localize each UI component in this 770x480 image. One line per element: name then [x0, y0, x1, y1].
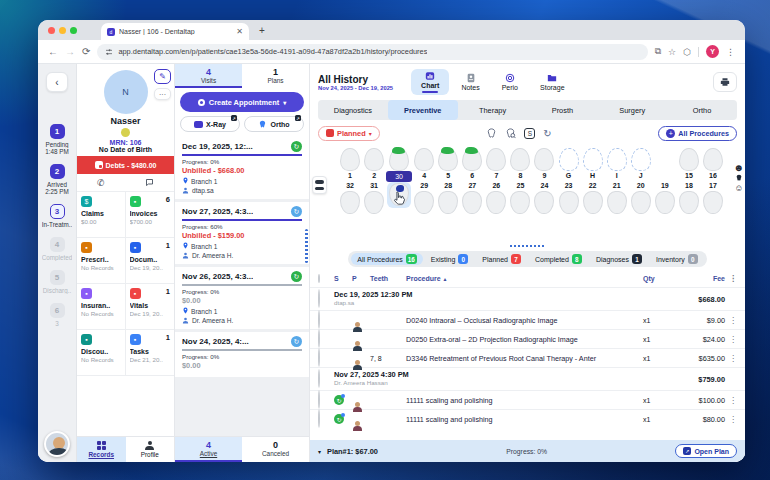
row-checkbox[interactable] [318, 310, 320, 329]
row-checkbox[interactable] [318, 369, 320, 388]
tooth-column-9[interactable]: 924 [532, 148, 556, 244]
lower-tooth[interactable] [631, 191, 651, 214]
planned-filter-button[interactable]: Planned ▾ [318, 126, 380, 141]
chip-inventory[interactable]: Inventory0 [650, 253, 704, 265]
debts-banner[interactable]: Debts - $480.00 [77, 156, 174, 174]
tooth-column-10[interactable]: G23 [557, 148, 581, 244]
upper-tooth[interactable] [486, 148, 506, 171]
patient-card-invoices[interactable]: ▪6Invoices$700.00 [126, 192, 175, 238]
create-appointment-button[interactable]: Create Appointment ▾ [180, 92, 304, 112]
lower-tooth[interactable] [655, 191, 675, 214]
tooth-view-tool[interactable] [486, 128, 497, 139]
lower-tooth[interactable] [534, 191, 554, 214]
row-checkbox[interactable] [318, 329, 320, 348]
patient-card-vitals[interactable]: ▪1VitalsDec 19, 20.. [126, 284, 175, 330]
appointments-scrollbar[interactable] [305, 229, 308, 263]
procedure-row[interactable]: ↻11111 scaling and polishingx1$80.00⋮ [310, 409, 745, 428]
tab-chart[interactable]: Chart [411, 69, 449, 95]
tab-profile[interactable]: Profile [126, 437, 175, 462]
lower-tooth[interactable] [486, 191, 506, 214]
reload-icon[interactable]: ⟳ [82, 46, 90, 57]
tooth-column-1[interactable]: 132 [338, 148, 362, 244]
tab-visits[interactable]: 4 Visits [175, 64, 242, 88]
lower-tooth[interactable] [583, 191, 603, 214]
category-therapy[interactable]: Therapy [458, 100, 528, 120]
patient-card-tasks[interactable]: ▪1TasksDec 21, 20.. [126, 330, 175, 376]
phone-call-icon[interactable]: ✆ [97, 178, 105, 188]
appointment-card[interactable]: Nov 26, 2025, 4:3...↻Progress: 0%$0.00Br… [175, 267, 309, 329]
upper-tooth[interactable] [414, 148, 434, 171]
lower-tooth[interactable] [510, 191, 530, 214]
row-menu-icon[interactable]: ⋮ [725, 354, 737, 363]
upper-tooth[interactable] [631, 148, 651, 171]
save-page-icon[interactable]: ⧉ [655, 46, 661, 57]
tooth-column-5[interactable]: 528 [436, 148, 460, 244]
lower-tooth[interactable] [364, 191, 384, 214]
patient-card-insuran[interactable]: ▪Insuran..No Records [77, 284, 126, 330]
status-step-pending[interactable]: 1Pending1:48 PM [42, 124, 73, 155]
browser-profile-avatar[interactable]: Y [706, 45, 719, 58]
tooth-column-15[interactable]: 1518 [677, 148, 701, 244]
table-menu-icon[interactable]: ⋮ [725, 274, 737, 283]
row-checkbox[interactable] [318, 289, 320, 308]
upper-tooth[interactable] [364, 148, 384, 171]
status-step-3[interactable]: 63 [42, 303, 73, 327]
tooth-column-13[interactable]: J20 [629, 148, 653, 244]
lower-tooth[interactable] [607, 191, 627, 214]
upper-tooth[interactable] [438, 148, 458, 171]
back-icon[interactable]: ← [48, 46, 58, 57]
table-group-row[interactable]: Nov 27, 2025 4:30 PMDr. Ameera Hassan$75… [310, 367, 745, 390]
chat-icon[interactable] [145, 178, 154, 187]
upper-tooth[interactable] [679, 148, 699, 171]
tab-storage[interactable]: Storage [530, 69, 575, 95]
user-avatar[interactable] [44, 431, 70, 457]
procedure-row[interactable]: ↻11111 scaling and polishingx1$100.00⋮ [310, 390, 745, 409]
tooth-column-8[interactable]: 825 [508, 148, 532, 244]
patient-card-claims[interactable]: $Claims$0.00 [77, 192, 126, 238]
tooth-column-3[interactable]: 30 [386, 148, 412, 244]
row-menu-icon[interactable]: ⋮ [725, 415, 737, 424]
lower-tooth[interactable] [414, 191, 434, 214]
upper-tooth[interactable] [340, 148, 360, 171]
surfaces-tool[interactable]: S [524, 128, 535, 139]
browser-tab[interactable]: d Nasser | 106 - Dentaltap ✕ [101, 23, 249, 40]
upper-tooth[interactable] [559, 148, 579, 171]
appointment-card[interactable]: Nov 24, 2025, 4:...↻Progress: 0%$0.00 [175, 332, 309, 377]
lower-tooth[interactable] [340, 191, 360, 214]
face-outline-icon[interactable]: ☺ [734, 183, 743, 193]
upper-tooth[interactable] [462, 148, 482, 171]
collapse-plan-icon[interactable]: ▾ [318, 448, 321, 455]
category-preventive[interactable]: Preventive [388, 100, 458, 120]
procedure-row[interactable]: D0250 Extra-oral – 2D Projection Radiogr… [310, 329, 745, 348]
tooth-column-11[interactable]: H22 [581, 148, 605, 244]
status-step-intreatm[interactable]: 3In-Treatm.. [42, 204, 73, 228]
upper-tooth[interactable] [389, 148, 409, 171]
upper-tooth[interactable] [703, 148, 723, 171]
lower-tooth[interactable] [703, 191, 723, 214]
tooth-column-16[interactable]: 1617 [701, 148, 725, 244]
open-plan-button[interactable]: ↗ Open Plan [675, 444, 737, 458]
tooth-column-6[interactable]: 627 [460, 148, 484, 244]
table-group-row[interactable]: Dec 19, 2025 12:30 PMdtap.sa$668.00 [310, 287, 745, 310]
chart-scrollbar[interactable] [510, 245, 544, 247]
new-tab-button[interactable]: + [259, 25, 265, 36]
all-procedures-button[interactable]: + All Procedures [658, 126, 737, 141]
address-bar[interactable]: app.dentaltap.com/en/p/patients/cae13e5a… [97, 44, 647, 60]
chip-planned[interactable]: Planned7 [476, 253, 527, 265]
row-menu-icon[interactable]: ⋮ [725, 316, 737, 325]
appointment-card[interactable]: Dec 19, 2025, 12:...↻Progress: 0%Unbille… [175, 137, 309, 199]
tab-active-appointments[interactable]: 4 Active [175, 437, 242, 462]
procedure-row[interactable]: D0240 Intraoral – Occlusal Radiographic … [310, 310, 745, 329]
edit-patient-button[interactable]: ✎ [154, 69, 171, 84]
col-procedure[interactable]: Procedure ▲ [406, 275, 643, 282]
tooth-column-14[interactable]: 19 [653, 148, 677, 244]
upper-tooth[interactable] [534, 148, 554, 171]
close-window-button[interactable] [48, 27, 55, 34]
face-filled-icon[interactable]: ☻ [733, 162, 744, 173]
tab-records[interactable]: Records [77, 437, 126, 462]
maximize-window-button[interactable] [70, 27, 77, 34]
lower-tooth[interactable] [462, 191, 482, 214]
tab-close-icon[interactable]: ✕ [236, 27, 243, 36]
status-step-discharg[interactable]: 5Discharg.. [42, 270, 73, 294]
row-checkbox[interactable] [318, 390, 320, 409]
